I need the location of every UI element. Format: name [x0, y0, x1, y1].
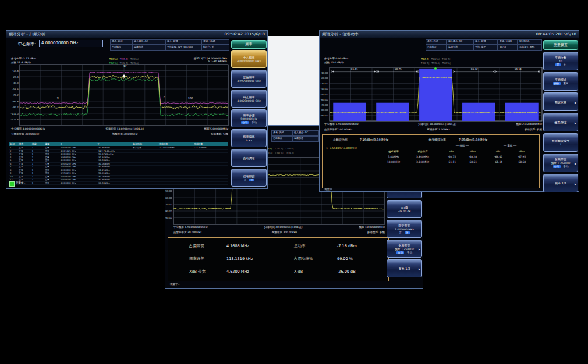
- toggle-option[interactable]: 自动: [396, 251, 404, 254]
- menu-item-value: 4.000000000 GHz: [232, 60, 265, 63]
- menu-item-rf-bandwidth[interactable]: 射频带宽预置 + 250kHz自动手动▶: [543, 154, 578, 172]
- toggle-option[interactable]: 关: [564, 63, 566, 66]
- toggle-option[interactable]: 手动: [252, 121, 257, 124]
- menu-item-menu-page[interactable]: 菜单 1/3▶: [543, 174, 578, 192]
- annotation: 扫描类型: 扫频: [367, 231, 385, 234]
- menu-item-value: 4.002500000 GHz: [232, 99, 265, 102]
- menu-item-start-frequency[interactable]: 起始频率3.997500000 GHz: [231, 70, 267, 88]
- annotation: 频宽 24.684000MHz: [516, 123, 542, 126]
- menu-item-toggle[interactable]: 自动手动: [232, 121, 265, 124]
- toggle-option[interactable]: 开: [244, 179, 247, 181]
- menu-item-label: 自动调谐: [232, 156, 265, 160]
- acp-value: -67.95: [518, 155, 526, 158]
- integration-band: [333, 103, 366, 121]
- svg-text:-83.8: -83.8: [12, 100, 19, 103]
- submenu-arrow-icon: ▶: [575, 122, 576, 124]
- menu-item-signal-track[interactable]: 信号跟踪开关: [231, 169, 267, 187]
- svg-text:-90.00: -90.00: [321, 114, 329, 117]
- run-indicator: [9, 181, 15, 187]
- status-cell: 平均类型: 电平 100/100: [165, 45, 201, 51]
- measuring-status: 测量中..: [324, 188, 334, 191]
- trace-max-hold: [20, 72, 228, 104]
- window-chanpower: 频谱分析 - 信道功率08:44:05 2015/6/18参考: 内部输入耦合:…: [319, 30, 579, 192]
- trace-label-row: T4W A|T5W A|T6W A|: [108, 61, 140, 65]
- annotation: 视频带宽 1.00MHz: [427, 128, 449, 131]
- integration-band: [462, 103, 495, 121]
- marker-table-cell: 位置: [44, 181, 59, 185]
- obw-result-value: 4.6200 MHz: [226, 269, 249, 274]
- svg-text:-66.42: -66.42: [470, 67, 478, 70]
- menu-item-toggle[interactable]: 自动手动: [544, 165, 577, 168]
- toggle-option[interactable]: 手动: [564, 165, 569, 168]
- menu-item-auto-tune[interactable]: 自动调谐: [231, 149, 267, 167]
- marker-table-row[interactable]: 12正常1位置4.000000 GHz-30.94dBm: [9, 181, 228, 185]
- toggle-option[interactable]: 自动: [553, 165, 561, 168]
- marker-table-cell: -30.94dBm: [97, 181, 132, 185]
- clock: 09:56:42 2015/6/18: [224, 31, 265, 38]
- menu-item-menu-page[interactable]: 菜单 1/2▶: [387, 259, 422, 277]
- toggle-option[interactable]: 重复: [564, 82, 569, 85]
- center-frequency-input[interactable]: [39, 40, 103, 47]
- marker-table-header-cell: Y: [97, 142, 132, 146]
- status-cell: 衰减: 10dB: [498, 39, 518, 45]
- menu-item-label: 限定带宽: [388, 224, 421, 227]
- title-bar[interactable]: 频谱分析 - 信道功率08:44:05 2015/6/18: [320, 31, 579, 38]
- menu-item-view-carrier-index[interactable]: 查看载波编号1: [543, 133, 578, 152]
- toggle-option[interactable]: 指数: [553, 82, 561, 85]
- submenu-arrow-icon: ▶: [575, 101, 576, 104]
- menu-item-rf-bandwidth[interactable]: 射频带宽预置 + 250kHz自动手动▶: [387, 240, 422, 258]
- status-table: 参考: 内部输入耦合: AC输入: 射频衰减: 10dB自由触发连续扫描平均类型…: [110, 39, 229, 51]
- annotation: 扫描时间 40.0000ms (1001点): [264, 226, 303, 229]
- trace-label: T4W A|: [421, 62, 429, 65]
- status-cell: 参考: 内部: [271, 130, 292, 136]
- submenu-arrow-icon: ▶: [419, 248, 420, 251]
- submenu-arrow-icon: ▶: [419, 267, 420, 270]
- trace-label: T4W A|: [109, 62, 118, 65]
- menu-item-limit-bandwidth[interactable]: 限定带宽5.000000 MHz开关: [387, 220, 422, 238]
- trace-label-row: T1A A|T2W A|T3W A|: [263, 147, 295, 151]
- menu-item-toggle[interactable]: 开关: [544, 63, 577, 66]
- marker-table-header-cell: 轨迹: [31, 142, 44, 146]
- menu-item-toggle[interactable]: 开关: [232, 179, 265, 181]
- toggle-option[interactable]: 开: [555, 63, 561, 66]
- marker-table-header-cell: 模式: [17, 142, 31, 146]
- obw-result-value: 99.00 %: [337, 256, 353, 261]
- menu-item-label: x dB: [388, 206, 421, 209]
- window-title: 频谱分析 - 信道功率: [322, 31, 359, 38]
- menu-item-toggle[interactable]: 开关: [388, 231, 421, 234]
- integration-band: [419, 69, 452, 121]
- svg-text:-60.75: -60.75: [394, 67, 402, 70]
- toggle-option[interactable]: 手动: [407, 251, 412, 254]
- menu-item-center-frequency[interactable]: 中心频率4.000000000 GHz: [231, 50, 267, 68]
- obw-result-label: 频率误差: [189, 256, 204, 262]
- trace-label: T1A A|: [421, 58, 429, 60]
- menu-item-frequency-step[interactable]: 频率步进500.000 kHz自动手动: [231, 109, 267, 127]
- toggle-option[interactable]: 自动: [241, 121, 249, 124]
- toggle-option[interactable]: 关: [405, 231, 410, 234]
- title-bar[interactable]: 频谱分析 - 扫频分析09:56:42 2015/6/18: [6, 31, 267, 38]
- annotation: 中心频率 1.960000000GHz: [173, 226, 208, 229]
- marker-table-cell: [158, 181, 193, 185]
- menu-item-stop-frequency[interactable]: 终止频率4.002500000 GHz: [231, 90, 267, 108]
- obw-result-value: -7.16 dBm: [337, 244, 357, 248]
- toggle-option[interactable]: 关: [249, 179, 254, 181]
- menu-item-frequency-offset[interactable]: 频率偏移0 Hz: [231, 129, 267, 147]
- menu-item-label: 起始频率: [232, 76, 265, 79]
- menu-item-label: 平均次数: [544, 56, 577, 59]
- annotation-row: 分辨率带宽 100.00kHz视频带宽 1.00MHz扫描类型: 扫频: [324, 128, 542, 131]
- menu-item-average-count[interactable]: 平均次数10开关: [543, 52, 578, 70]
- status-cell: 自由触发: [426, 45, 447, 51]
- svg-text:-15.8: -15.8: [12, 69, 19, 72]
- status-cell: 连续扫描: [447, 45, 473, 51]
- menu-item-carrier-setup[interactable]: 载波设置▶: [543, 92, 578, 111]
- menu-item-average-mode[interactable]: 平均模式指数重复: [543, 72, 578, 91]
- menu-item-toggle[interactable]: 指数重复: [544, 82, 577, 85]
- svg-text:-70.00: -70.00: [165, 203, 172, 206]
- scale-label: 对数 10.0 dB/格: [324, 61, 344, 64]
- menu-item-offset-limit[interactable]: 偏置/限定▶: [543, 113, 578, 131]
- menu-item-toggle[interactable]: 自动手动: [388, 251, 421, 254]
- svg-text:-50.00: -50.00: [165, 190, 172, 192]
- menu-item-x-db[interactable]: x dB-26.00 dB: [387, 200, 422, 218]
- annotation: 频宽 5.000000MHz: [204, 127, 228, 130]
- toggle-option[interactable]: 开: [399, 231, 402, 234]
